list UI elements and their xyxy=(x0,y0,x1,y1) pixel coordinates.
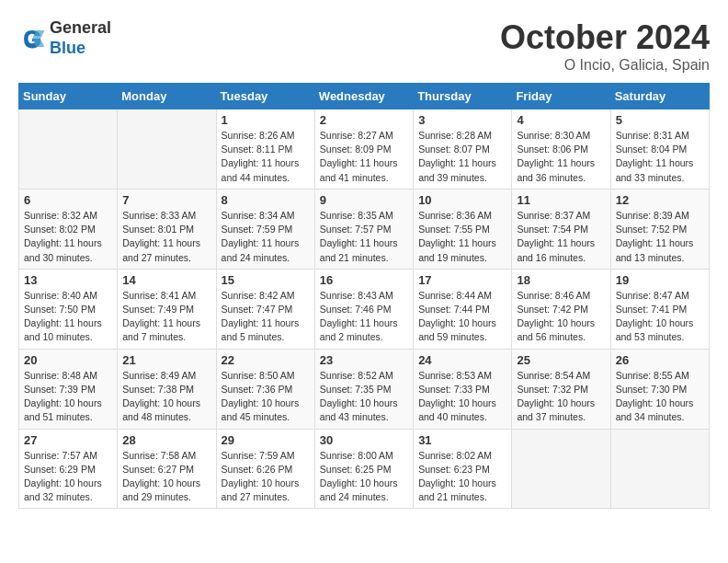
day-info: Sunrise: 8:30 AMSunset: 8:06 PMDaylight:… xyxy=(517,129,605,185)
day-info: Sunrise: 8:32 AMSunset: 8:02 PMDaylight:… xyxy=(24,209,112,265)
weekday-header-sunday: Sunday xyxy=(19,84,118,109)
day-number: 17 xyxy=(418,273,506,287)
day-number: 14 xyxy=(122,273,210,287)
calendar-cell: 8Sunrise: 8:34 AMSunset: 7:59 PMDaylight… xyxy=(216,189,314,269)
day-number: 22 xyxy=(222,353,310,367)
day-number: 27 xyxy=(24,433,112,447)
day-info: Sunrise: 8:33 AMSunset: 8:01 PMDaylight:… xyxy=(122,209,210,265)
month-title: October 2024 xyxy=(500,18,710,57)
day-info: Sunrise: 8:39 AMSunset: 7:52 PMDaylight:… xyxy=(616,209,704,265)
page-header: General Blue October 2024 O Incio, Galic… xyxy=(18,18,710,74)
day-info: Sunrise: 7:59 AMSunset: 6:26 PMDaylight:… xyxy=(222,449,310,505)
calendar-cell: 11Sunrise: 8:37 AMSunset: 7:54 PMDayligh… xyxy=(512,189,610,269)
day-info: Sunrise: 8:43 AMSunset: 7:46 PMDaylight:… xyxy=(320,289,408,345)
day-number: 10 xyxy=(418,193,506,207)
day-number: 15 xyxy=(222,273,310,287)
calendar-body: 1Sunrise: 8:26 AMSunset: 8:11 PMDaylight… xyxy=(19,109,710,509)
day-number: 16 xyxy=(320,273,408,287)
day-number: 29 xyxy=(222,433,310,447)
day-number: 2 xyxy=(320,113,408,127)
day-number: 18 xyxy=(517,273,605,287)
calendar-cell: 15Sunrise: 8:42 AMSunset: 7:47 PMDayligh… xyxy=(216,269,314,349)
week-row-3: 13Sunrise: 8:40 AMSunset: 7:50 PMDayligh… xyxy=(19,269,710,349)
calendar-cell xyxy=(19,109,118,190)
day-number: 12 xyxy=(616,193,704,207)
calendar-cell: 22Sunrise: 8:50 AMSunset: 7:36 PMDayligh… xyxy=(216,349,314,429)
day-number: 30 xyxy=(320,433,408,447)
calendar-cell: 28Sunrise: 7:58 AMSunset: 6:27 PMDayligh… xyxy=(118,429,216,509)
day-info: Sunrise: 8:41 AMSunset: 7:49 PMDaylight:… xyxy=(122,289,210,345)
weekday-header-monday: Monday xyxy=(118,84,216,109)
calendar-cell: 5Sunrise: 8:31 AMSunset: 8:04 PMDaylight… xyxy=(610,109,709,190)
calendar-cell: 13Sunrise: 8:40 AMSunset: 7:50 PMDayligh… xyxy=(19,269,118,349)
calendar-cell: 23Sunrise: 8:52 AMSunset: 7:35 PMDayligh… xyxy=(314,349,413,429)
day-number: 5 xyxy=(616,113,704,127)
calendar-cell: 19Sunrise: 8:47 AMSunset: 7:41 PMDayligh… xyxy=(610,269,709,349)
day-number: 13 xyxy=(24,273,112,287)
day-number: 21 xyxy=(122,353,210,367)
week-row-1: 1Sunrise: 8:26 AMSunset: 8:11 PMDaylight… xyxy=(19,109,710,190)
day-number: 3 xyxy=(418,113,506,127)
calendar-cell: 4Sunrise: 8:30 AMSunset: 8:06 PMDaylight… xyxy=(512,109,610,190)
day-number: 4 xyxy=(517,113,605,127)
calendar-cell: 21Sunrise: 8:49 AMSunset: 7:38 PMDayligh… xyxy=(118,349,216,429)
day-number: 26 xyxy=(616,353,704,367)
day-info: Sunrise: 8:36 AMSunset: 7:55 PMDaylight:… xyxy=(418,209,506,265)
day-number: 11 xyxy=(517,193,605,207)
day-number: 9 xyxy=(320,193,408,207)
title-block: October 2024 O Incio, Galicia, Spain xyxy=(500,18,710,74)
calendar-cell: 3Sunrise: 8:28 AMSunset: 8:07 PMDaylight… xyxy=(414,109,512,190)
week-row-2: 6Sunrise: 8:32 AMSunset: 8:02 PMDaylight… xyxy=(19,189,710,269)
day-number: 23 xyxy=(320,353,408,367)
calendar-cell: 25Sunrise: 8:54 AMSunset: 7:32 PMDayligh… xyxy=(512,349,610,429)
calendar-table: SundayMondayTuesdayWednesdayThursdayFrid… xyxy=(18,83,710,509)
day-info: Sunrise: 8:55 AMSunset: 7:30 PMDaylight:… xyxy=(616,369,704,425)
calendar-cell: 29Sunrise: 7:59 AMSunset: 6:26 PMDayligh… xyxy=(216,429,314,509)
calendar-cell: 2Sunrise: 8:27 AMSunset: 8:09 PMDaylight… xyxy=(314,109,413,190)
day-number: 31 xyxy=(418,433,506,447)
day-number: 7 xyxy=(122,193,210,207)
day-number: 25 xyxy=(517,353,605,367)
day-info: Sunrise: 8:26 AMSunset: 8:11 PMDaylight:… xyxy=(222,129,310,185)
calendar-cell: 18Sunrise: 8:46 AMSunset: 7:42 PMDayligh… xyxy=(512,269,610,349)
logo-text: General Blue xyxy=(50,18,111,58)
weekday-header-row: SundayMondayTuesdayWednesdayThursdayFrid… xyxy=(19,84,710,109)
day-number: 1 xyxy=(222,113,310,127)
day-info: Sunrise: 8:02 AMSunset: 6:23 PMDaylight:… xyxy=(418,449,506,505)
calendar-cell: 27Sunrise: 7:57 AMSunset: 6:29 PMDayligh… xyxy=(19,429,118,509)
day-info: Sunrise: 8:35 AMSunset: 7:57 PMDaylight:… xyxy=(320,209,408,265)
logo: General Blue xyxy=(18,18,111,58)
calendar-cell xyxy=(118,109,216,190)
day-info: Sunrise: 8:27 AMSunset: 8:09 PMDaylight:… xyxy=(320,129,408,185)
calendar-cell: 12Sunrise: 8:39 AMSunset: 7:52 PMDayligh… xyxy=(610,189,709,269)
day-info: Sunrise: 8:28 AMSunset: 8:07 PMDaylight:… xyxy=(418,129,506,185)
calendar-cell: 17Sunrise: 8:44 AMSunset: 7:44 PMDayligh… xyxy=(414,269,512,349)
day-number: 20 xyxy=(24,353,112,367)
day-number: 6 xyxy=(24,193,112,207)
weekday-header-thursday: Thursday xyxy=(414,84,512,109)
day-info: Sunrise: 7:58 AMSunset: 6:27 PMDaylight:… xyxy=(122,449,210,505)
calendar-cell: 7Sunrise: 8:33 AMSunset: 8:01 PMDaylight… xyxy=(118,189,216,269)
weekday-header-saturday: Saturday xyxy=(610,84,709,109)
day-info: Sunrise: 8:46 AMSunset: 7:42 PMDaylight:… xyxy=(517,289,605,345)
day-info: Sunrise: 8:50 AMSunset: 7:36 PMDaylight:… xyxy=(222,369,310,425)
calendar-cell xyxy=(610,429,709,509)
calendar-cell: 9Sunrise: 8:35 AMSunset: 7:57 PMDaylight… xyxy=(314,189,413,269)
day-number: 28 xyxy=(122,433,210,447)
calendar-cell xyxy=(512,429,610,509)
day-info: Sunrise: 8:34 AMSunset: 7:59 PMDaylight:… xyxy=(222,209,310,265)
day-info: Sunrise: 7:57 AMSunset: 6:29 PMDaylight:… xyxy=(24,449,112,505)
calendar-cell: 30Sunrise: 8:00 AMSunset: 6:25 PMDayligh… xyxy=(314,429,413,509)
week-row-4: 20Sunrise: 8:48 AMSunset: 7:39 PMDayligh… xyxy=(19,349,710,429)
day-info: Sunrise: 8:53 AMSunset: 7:33 PMDaylight:… xyxy=(418,369,506,425)
day-info: Sunrise: 8:54 AMSunset: 7:32 PMDaylight:… xyxy=(517,369,605,425)
calendar-cell: 10Sunrise: 8:36 AMSunset: 7:55 PMDayligh… xyxy=(414,189,512,269)
day-info: Sunrise: 8:44 AMSunset: 7:44 PMDaylight:… xyxy=(418,289,506,345)
location: O Incio, Galicia, Spain xyxy=(500,57,710,74)
day-number: 8 xyxy=(222,193,310,207)
day-info: Sunrise: 8:48 AMSunset: 7:39 PMDaylight:… xyxy=(24,369,112,425)
calendar-cell: 6Sunrise: 8:32 AMSunset: 8:02 PMDaylight… xyxy=(19,189,118,269)
logo-icon xyxy=(18,25,46,52)
calendar-cell: 24Sunrise: 8:53 AMSunset: 7:33 PMDayligh… xyxy=(414,349,512,429)
day-info: Sunrise: 8:31 AMSunset: 8:04 PMDaylight:… xyxy=(616,129,704,185)
